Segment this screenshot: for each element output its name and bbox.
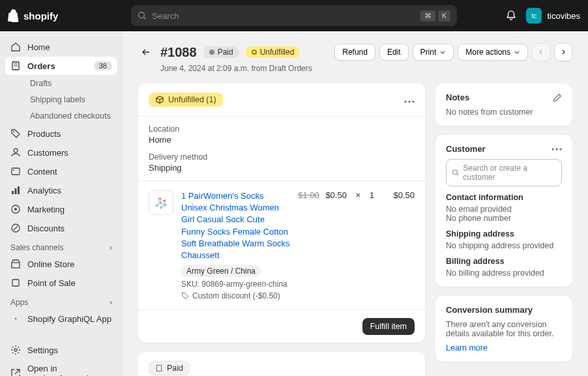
location-label: Location <box>149 124 415 134</box>
notification-icon[interactable] <box>505 10 517 22</box>
svg-point-33 <box>452 170 457 175</box>
notes-card: Notes No notes from customer <box>435 83 572 126</box>
svg-point-18 <box>15 318 17 320</box>
svg-point-19 <box>14 349 17 351</box>
sidebar-label: Home <box>27 42 50 52</box>
unit-price: $0.50 <box>325 190 347 200</box>
apps-heading[interactable]: Apps › <box>5 293 117 310</box>
contact-title: Contact information <box>446 193 562 202</box>
print-button[interactable]: Print <box>413 44 454 61</box>
svg-point-0 <box>139 12 145 18</box>
pencil-icon[interactable] <box>553 93 562 102</box>
svg-point-31 <box>556 148 558 150</box>
back-button[interactable] <box>138 44 154 60</box>
conversion-title: Conversion summary <box>446 305 533 315</box>
paid-status-badge: Paid <box>149 361 190 375</box>
dots-icon[interactable] <box>551 148 562 151</box>
page-title: #1088 <box>160 45 197 60</box>
sidebar-item-analytics[interactable]: Analytics <box>5 181 117 199</box>
order-subtitle: June 4, 2024 at 2:09 a.m. from Draft Ord… <box>160 64 572 73</box>
product-link[interactable]: 1 PairWomen's Socks Unisex Christmas Wom… <box>181 190 290 261</box>
edit-button[interactable]: Edit <box>379 44 409 61</box>
prev-order-button[interactable] <box>532 43 550 61</box>
sidebar-item-online-store[interactable]: Online Store <box>5 255 117 273</box>
sidebar-item-marketing[interactable]: Marketing <box>5 200 117 218</box>
fulfill-item-button[interactable]: Fulfill item <box>362 318 415 335</box>
person-icon <box>10 147 21 158</box>
topbar: shopify Search ⌘ K tc ticovibes <box>0 0 588 31</box>
more-actions-button[interactable]: More actions <box>458 44 528 61</box>
sidebar-item-shipping-labels[interactable]: Shipping labels <box>25 92 117 108</box>
avatar: tc <box>526 8 542 23</box>
svg-rect-17 <box>12 280 19 286</box>
analytics-icon <box>10 185 21 195</box>
content-icon <box>10 166 21 177</box>
customer-card: Customer Search or create a customer Con… <box>435 135 572 287</box>
brand-text: shopify <box>23 10 58 22</box>
svg-line-15 <box>14 226 18 230</box>
sidebar-item-settings[interactable]: Settings <box>5 341 117 359</box>
no-billing: No billing address provided <box>446 268 562 278</box>
sidebar-item-abandoned[interactable]: Abandoned checkouts <box>25 108 117 124</box>
next-order-button[interactable] <box>554 43 572 61</box>
global-search[interactable]: Search ⌘ K <box>131 5 457 26</box>
sales-channels-heading[interactable]: Sales channels › <box>5 238 117 255</box>
no-shipping: No shipping address provided <box>446 241 562 250</box>
delivery-label: Delivery method <box>149 152 415 162</box>
search-icon <box>452 169 459 177</box>
sidebar-item-drafts[interactable]: Drafts <box>25 76 117 91</box>
sidebar-label: Shipping labels <box>30 95 85 104</box>
customer-title: Customer <box>446 144 486 154</box>
sidebar-label: Discounts <box>27 224 65 233</box>
fulfillment-card: Unfulfilled (1) Location Home Delivery m… <box>138 83 425 343</box>
sidebar-item-customers[interactable]: Customers <box>5 143 117 162</box>
product-thumbnail[interactable]: 🧦 <box>149 190 173 215</box>
fulfillment-menu[interactable] <box>404 95 415 105</box>
user-menu[interactable]: tc ticovibes <box>526 8 580 23</box>
sidebar-label: Online Store <box>27 259 74 269</box>
sidebar-item-products[interactable]: Products <box>5 124 117 143</box>
sidebar: Home Orders 38 Drafts Shipping labels Ab… <box>0 31 123 376</box>
sidebar-item-discounts[interactable]: Discounts <box>5 219 117 237</box>
discount-row: Custom discount (-$0.50) <box>181 291 290 300</box>
gear-icon <box>10 345 21 355</box>
svg-point-32 <box>560 148 562 150</box>
delivery-value: Shipping <box>149 163 415 173</box>
chevron-down-icon <box>514 49 520 55</box>
shipping-title: Shipping address <box>446 229 562 239</box>
sidebar-label: Marketing <box>27 205 65 214</box>
sidebar-label: Products <box>27 129 61 139</box>
price-column: $1.00 $0.50 × 1 <box>298 190 374 300</box>
svg-rect-29 <box>156 366 162 371</box>
receipt-icon <box>155 364 163 372</box>
chevron-down-icon <box>439 49 446 55</box>
username: ticovibes <box>547 11 580 21</box>
sidebar-item-content[interactable]: Content <box>5 162 117 181</box>
shopify-logo[interactable]: shopify <box>8 9 58 22</box>
tag-icon <box>181 292 189 300</box>
svg-rect-7 <box>12 168 20 175</box>
svg-point-30 <box>552 148 554 150</box>
chevron-left-icon <box>538 49 544 55</box>
learn-more-link[interactable]: Learn more <box>446 343 562 353</box>
sidebar-item-open-internal[interactable]: Open in services/internal <box>5 360 117 376</box>
sidebar-item-orders[interactable]: Orders 38 <box>5 57 117 75</box>
svg-point-8 <box>13 169 14 171</box>
sidebar-item-pos[interactable]: Point of Sale <box>5 274 117 292</box>
svg-point-6 <box>14 149 18 152</box>
svg-line-34 <box>457 174 458 175</box>
customer-search[interactable]: Search or create a customer <box>446 159 562 186</box>
sidebar-label: Analytics <box>27 186 61 195</box>
sidebar-item-home[interactable]: Home <box>5 38 117 56</box>
kbd-cmd: ⌘ <box>420 10 435 22</box>
svg-line-1 <box>144 18 146 20</box>
sidebar-item-graphiql[interactable]: Shopify GraphiQL App <box>5 310 117 328</box>
discount-icon <box>10 223 21 233</box>
orders-badge: 38 <box>94 61 112 70</box>
refund-button[interactable]: Refund <box>334 44 375 61</box>
pos-icon <box>10 278 21 288</box>
chevron-right-icon: › <box>110 243 112 252</box>
sidebar-label: Abandoned checkouts <box>30 111 111 121</box>
chevron-right-icon: › <box>110 298 112 307</box>
no-email: No email provided <box>446 205 562 214</box>
